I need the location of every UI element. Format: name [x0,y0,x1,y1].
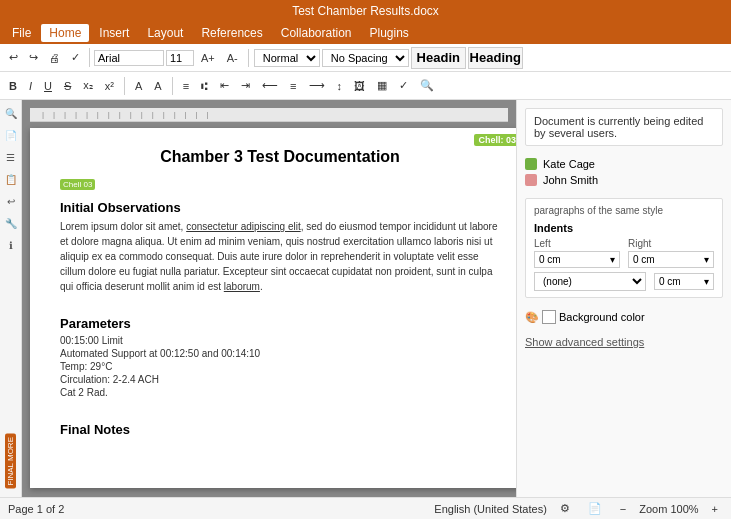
paragraphs-note: paragraphs of the same style [534,205,714,216]
bg-color-row: 🎨 Background color [525,306,723,328]
heading1-button[interactable]: Headin [411,47,466,69]
align-right[interactable]: ⟶ [304,76,330,95]
param-1: 00:15:00 Limit [60,335,500,346]
font-size-input[interactable] [166,50,194,66]
sidebar-undo[interactable]: ↩ [2,192,20,210]
zoom-in[interactable]: + [707,500,723,518]
indents-label: Indents [534,222,714,234]
indent-panel: paragraphs of the same style Indents Lef… [525,198,723,298]
sidebar-doc[interactable]: 📄 [2,126,20,144]
kate-name: Kate Cage [543,158,595,170]
section1-body: Lorem ipsum dolor sit amet, consectetur … [60,219,500,294]
sidebar-search[interactable]: 🔍 [2,104,20,122]
color-swatch [542,310,556,324]
line-spacing[interactable]: ↕ [332,77,348,95]
left-label: Left [534,238,620,249]
indent-less[interactable]: ⇤ [215,76,234,95]
list-number[interactable]: ⑆ [196,77,213,95]
special-dropdown[interactable]: (none) [534,272,646,291]
format-toolbar: B I U S x₂ x² A A ≡ ⑆ ⇤ ⇥ ⟵ ≡ ⟶ ↕ 🖼 ▦ ✓ … [0,72,731,100]
sidebar-settings[interactable]: 🔧 [2,214,20,232]
undo-button[interactable]: ↩ [4,48,23,67]
left-input[interactable]: 0 cm ▾ [534,251,620,268]
font-size-increase[interactable]: A+ [196,49,220,67]
menu-home[interactable]: Home [41,24,89,42]
indent-more[interactable]: ⇥ [236,76,255,95]
list-bullet[interactable]: ≡ [178,77,194,95]
superscript-button[interactable]: x² [100,77,119,95]
insert-table[interactable]: ▦ [372,76,392,95]
file-tools: ↩ ↪ 🖨 ✓ [4,48,90,67]
heading2-button[interactable]: Heading [468,47,523,69]
ruler: | | | | | | | | | | | | | | | | [30,108,508,122]
align-left[interactable]: ⟵ [257,76,283,95]
print-button[interactable]: 🖨 [44,49,65,67]
right-label: Right [628,238,714,249]
language-settings[interactable]: ⚙ [555,499,575,518]
title-bar: Test Chamber Results.docx [0,0,731,22]
font-name-input[interactable] [94,50,164,66]
special-row: (none) 0 cm ▾ [534,272,714,291]
special-value-input[interactable]: 0 cm ▾ [654,273,714,290]
style-dropdown[interactable]: Normal [254,49,320,67]
section2-heading: Parameters [60,316,500,331]
menu-layout[interactable]: Layout [139,24,191,42]
collab-text: Document is currently being edited by se… [534,115,703,139]
font-color-a[interactable]: A [149,77,166,95]
section1-heading: Initial Observations [60,200,500,215]
menu-insert[interactable]: Insert [91,24,137,42]
highlight-tag: Chell 03 [60,179,95,190]
doc-title: Chamber 3 Test Documentation [60,148,500,166]
sidebar-list[interactable]: ☰ [2,148,20,166]
menu-plugins[interactable]: Plugins [362,24,417,42]
subscript-button[interactable]: x₂ [78,76,98,95]
sidebar-clipboard[interactable]: 📋 [2,170,20,188]
bg-color-button[interactable]: 🎨 Background color [525,310,645,324]
search-btn[interactable]: 🔍 [415,76,439,95]
bold-button[interactable]: B [4,77,22,95]
doc-page: Chell: 03 Chamber 3 Test Documentation C… [30,128,516,488]
john-name: John Smith [543,174,598,186]
menu-references[interactable]: References [193,24,270,42]
doc-area: | | | | | | | | | | | | | | | | Chell: 0… [22,100,516,497]
bg-color-label: Background color [559,311,645,323]
italic-button[interactable]: I [24,77,37,95]
paint-icon: 🎨 [525,311,539,324]
right-indent-field: Right 0 cm ▾ [628,238,714,268]
status-bar: Page 1 of 2 English (United States) ⚙ 📄 … [0,497,731,519]
page-info: Page 1 of 2 [8,503,64,515]
underline-button[interactable]: U [39,77,57,95]
param-5: Cat 2 Rad. [60,387,500,398]
spellcheck-button[interactable]: ✓ [66,48,85,67]
spacing-dropdown[interactable]: No Spacing [322,49,409,67]
font-size-decrease[interactable]: A- [222,49,243,67]
right-input[interactable]: 0 cm ▾ [628,251,714,268]
strikethrough-button[interactable]: S [59,77,76,95]
param-4: Circulation: 2-2.4 ACH [60,374,500,385]
laborum-link[interactable]: laborum [224,281,260,292]
left-sidebar: 🔍 📄 ☰ 📋 ↩ 🔧 ℹ FINAL MORE [0,100,22,497]
user-item-john: John Smith [525,174,723,186]
zoom-out[interactable]: − [615,500,631,518]
font-size-a[interactable]: A [130,77,147,95]
spellcheck2[interactable]: ✓ [394,76,413,95]
collab-notice: Document is currently being edited by se… [525,108,723,146]
format-sep [124,77,125,95]
title-text: Test Chamber Results.docx [292,4,439,18]
insert-image[interactable]: 🖼 [349,77,370,95]
final-more-button[interactable]: FINAL MORE [5,434,16,489]
align-center[interactable]: ≡ [285,77,301,95]
advanced-link[interactable]: Show advanced settings [525,336,723,348]
user-item-kate: Kate Cage [525,158,723,170]
indent-row: Left 0 cm ▾ Right 0 cm ▾ [534,238,714,268]
right-panel: Document is currently being edited by se… [516,100,731,497]
redo-button[interactable]: ↪ [24,48,43,67]
sidebar-info[interactable]: ℹ [2,236,20,254]
status-right: English (United States) ⚙ 📄 − Zoom 100% … [434,499,723,518]
john-dot [525,174,537,186]
view-toggle[interactable]: 📄 [583,499,607,518]
menu-collaboration[interactable]: Collaboration [273,24,360,42]
user-list: Kate Cage John Smith [525,154,723,190]
kate-dot [525,158,537,170]
menu-file[interactable]: File [4,24,39,42]
